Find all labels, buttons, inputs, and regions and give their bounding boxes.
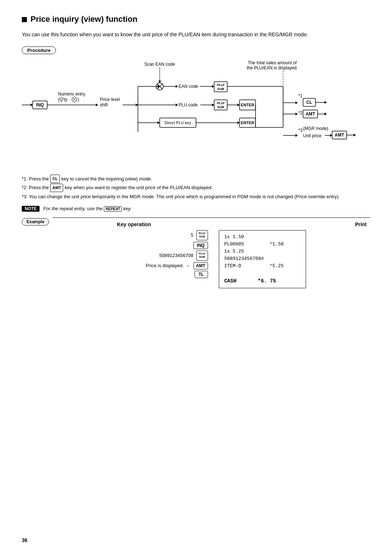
key-operation-rows: 5 PLU/ SUB INQ 5089123456708 PLU/ SUB bbox=[60, 230, 208, 278]
svg-text:*2: *2 bbox=[298, 110, 303, 115]
svg-text:(MGR mode): (MGR mode) bbox=[303, 126, 328, 131]
svg-marker-69 bbox=[324, 113, 327, 115]
key-op-row-5: TL bbox=[195, 271, 208, 278]
svg-text:Scan EAN code: Scan EAN code bbox=[144, 62, 175, 67]
footnote-2: *2: Press the AMT key when you want to r… bbox=[22, 184, 370, 192]
print-column: Print 1x 1.50 PL00005 *1.50 1x 5.25 5089… bbox=[212, 217, 370, 292]
svg-marker-85 bbox=[295, 134, 298, 137]
procedure-badge: Procedure bbox=[22, 46, 56, 54]
svg-marker-74 bbox=[330, 134, 332, 137]
svg-text:*1: *1 bbox=[298, 93, 303, 98]
repeat-key: REPEAT bbox=[104, 206, 122, 212]
svg-marker-19 bbox=[136, 103, 138, 106]
print-receipt: 1x 1.50 PL00005 *1.50 1x 5.25 5089123456… bbox=[219, 230, 306, 289]
svg-text:The total sales amount of: The total sales amount of bbox=[248, 60, 297, 65]
svg-text:AMT: AMT bbox=[335, 133, 344, 138]
svg-marker-47 bbox=[158, 121, 160, 124]
footnotes: *1: Press the CL key to cancel the the i… bbox=[22, 175, 370, 200]
key-op-row-4: Price is displayed. → AMT bbox=[146, 262, 208, 269]
svg-text:EAN code: EAN code bbox=[179, 84, 198, 89]
svg-text:ENTER: ENTER bbox=[241, 103, 254, 107]
svg-text:shift: shift bbox=[100, 102, 108, 107]
svg-marker-78 bbox=[354, 134, 356, 137]
svg-marker-43 bbox=[237, 103, 240, 106]
flow-diagram: Scan EAN code The total sales amount of … bbox=[22, 59, 370, 168]
svg-marker-83 bbox=[295, 113, 298, 115]
svg-text:PLU/: PLU/ bbox=[217, 83, 225, 87]
title-square-icon bbox=[22, 17, 27, 22]
svg-text:SUB: SUB bbox=[217, 87, 224, 91]
example-section: Example Key operation 5 PLU/ SUB INQ 508… bbox=[22, 217, 370, 292]
note-banner: NOTE For the repeat entry, use the REPEA… bbox=[22, 206, 370, 212]
svg-text:CL: CL bbox=[306, 100, 312, 105]
page-number: 36 bbox=[22, 537, 28, 543]
svg-text:ENTER: ENTER bbox=[241, 121, 254, 125]
svg-text:SUB: SUB bbox=[217, 105, 224, 109]
amt-key: AMT bbox=[193, 262, 208, 269]
svg-marker-64 bbox=[324, 101, 327, 104]
svg-text:*3: *3 bbox=[298, 128, 303, 133]
tl-key: TL bbox=[195, 271, 208, 278]
svg-text:Price level: Price level bbox=[100, 97, 120, 102]
plu-sub-key-2: PLU/ SUB bbox=[196, 250, 208, 261]
intro-text: You can use this function when you want … bbox=[22, 30, 370, 38]
footnote-1: *1: Press the CL key to cancel the the i… bbox=[22, 175, 370, 183]
svg-text:Unit price: Unit price bbox=[303, 133, 322, 138]
svg-text:Direct PLU key: Direct PLU key bbox=[164, 121, 191, 125]
svg-text:INQ: INQ bbox=[36, 102, 44, 107]
inq-key: INQ bbox=[193, 242, 208, 249]
key-op-row-3: 5089123456708 PLU/ SUB bbox=[159, 250, 208, 261]
svg-text:AMT: AMT bbox=[306, 111, 315, 117]
key-op-row-2: INQ bbox=[193, 242, 208, 249]
svg-text:PLU code: PLU code bbox=[179, 102, 198, 107]
key-operation-column: Key operation 5 PLU/ SUB INQ 50891234567… bbox=[53, 217, 211, 292]
svg-text:the PLU/EAN is displayed.: the PLU/EAN is displayed. bbox=[247, 65, 298, 70]
svg-marker-27 bbox=[176, 85, 178, 88]
svg-text:Numeric entry: Numeric entry bbox=[58, 91, 85, 97]
svg-marker-59 bbox=[295, 101, 298, 104]
svg-marker-38 bbox=[212, 103, 214, 106]
page-title: Price inquiry (view) function bbox=[22, 15, 370, 24]
plu-sub-key-1: PLU/ SUB bbox=[196, 230, 208, 240]
svg-marker-7 bbox=[30, 103, 33, 106]
svg-marker-35 bbox=[176, 103, 178, 106]
svg-text:): ) bbox=[78, 97, 79, 102]
svg-text:PLU/: PLU/ bbox=[217, 101, 225, 105]
svg-marker-30 bbox=[212, 85, 214, 88]
svg-text:(Q'ty: (Q'ty bbox=[58, 97, 67, 102]
footnote-3: *3: You can change the unit price tempor… bbox=[22, 193, 370, 201]
key-op-row-1: 5 PLU/ SUB bbox=[191, 230, 208, 240]
svg-marker-22 bbox=[158, 81, 161, 83]
svg-marker-51 bbox=[237, 121, 240, 124]
svg-marker-15 bbox=[96, 103, 98, 106]
